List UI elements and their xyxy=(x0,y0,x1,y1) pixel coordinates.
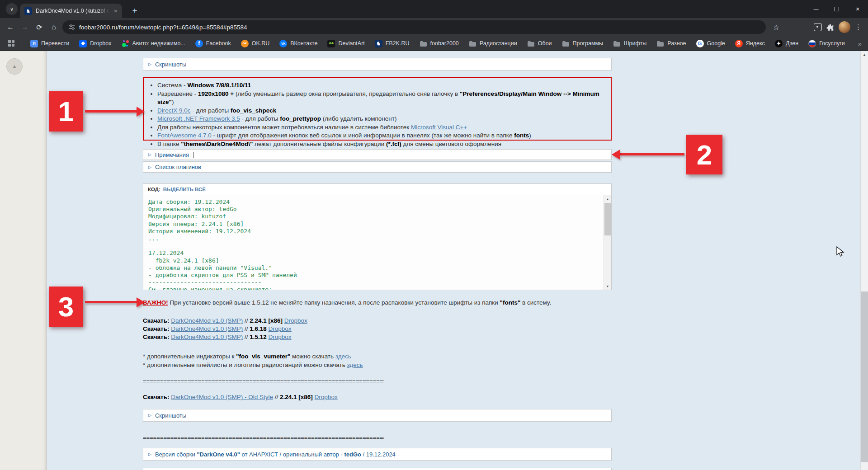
inline-link[interactable]: FontAwesome 4.7.0 xyxy=(157,132,212,139)
select-all-link[interactable]: ВЫДЕЛИТЬ ВСЁ xyxy=(163,187,206,192)
bookmark-folder[interactable]: Программы xyxy=(562,40,604,47)
star-icon: ☆ xyxy=(773,23,779,32)
deviantart-icon xyxy=(327,40,335,47)
url-text: foobar2000.ru/forum/viewtopic.php?t=6549… xyxy=(79,24,247,31)
text-segment: "fonts" xyxy=(500,299,521,306)
bookmark-folder[interactable]: foobar2000 xyxy=(420,40,459,47)
spoiler-plugins[interactable]: ▷ Список плагинов xyxy=(143,161,612,173)
bookmark-label: Перевести xyxy=(41,40,69,47)
spoiler-screenshots-2[interactable]: ▷ Скриншоты xyxy=(143,409,612,422)
spoiler-screenshots[interactable]: ▷ Скриншоты xyxy=(143,58,612,70)
text-segment: - для работы xyxy=(240,115,280,122)
folder-icon xyxy=(420,40,427,47)
page-scrollbar-thumb[interactable] xyxy=(861,291,868,462)
inline-link[interactable]: DarkOne4Mod v1.0 (SMP) xyxy=(171,325,243,332)
close-button[interactable]: ✕ xyxy=(847,0,868,18)
maximize-button[interactable] xyxy=(826,0,847,18)
text-segment: Скачать: xyxy=(143,325,171,332)
spoiler-label: Примечания xyxy=(155,151,189,158)
spoiler-notes[interactable]: ▷ Примечания xyxy=(143,149,612,160)
text-segment: - шрифт для отображения кнопок веб ссыло… xyxy=(212,132,514,139)
code-scrollbar[interactable]: ▲ ▼ xyxy=(604,195,611,290)
spoiler-triangle-icon: ▷ xyxy=(148,62,151,66)
forward-button[interactable]: → xyxy=(18,20,32,34)
annotation-box-3: 3 xyxy=(49,287,83,327)
inline-link[interactable]: DirectX 9.0c xyxy=(157,107,191,114)
minimize-button[interactable]: — xyxy=(806,0,826,18)
scroll-up-icon[interactable]: ▲ xyxy=(604,195,611,202)
bookmark-vk[interactable]: ВКонтакте xyxy=(279,40,317,47)
back-button[interactable]: ← xyxy=(4,20,17,34)
inline-link[interactable]: Dropbox xyxy=(269,325,292,332)
reload-button[interactable]: ⟳ xyxy=(33,20,46,34)
bookmark-facebook[interactable]: Facebook xyxy=(195,40,231,47)
tab-strip: ∨ ♞ DarkOne4Mod v1.0 (kutuzof ed ✕ + — ✕ xyxy=(0,0,868,18)
bookmark-folder[interactable]: Шрифты xyxy=(613,40,646,47)
download-line: Скачать: DarkOne4Mod v1.0 (SMP) // 1.5.1… xyxy=(143,333,307,341)
text-segment: (*.fcl) xyxy=(386,141,401,147)
text-segment: 1.5.12 xyxy=(250,334,267,340)
text-segment: // xyxy=(273,394,280,400)
inline-link[interactable]: Dropbox xyxy=(315,394,338,400)
bookmark-yandex[interactable]: Яндекс xyxy=(735,40,765,47)
text-segment: * дополнительные плейлисты и логотипы ра… xyxy=(143,362,347,368)
page-scrollbar[interactable]: ▲ xyxy=(860,51,868,470)
tab-close-icon[interactable]: ✕ xyxy=(113,8,118,14)
bookmark-label: foobar2000 xyxy=(430,40,459,47)
bookmark-star-button[interactable]: ☆ xyxy=(769,20,783,34)
bookmarks-overflow-chevron[interactable]: » xyxy=(854,40,862,47)
old-style-download: Скачать: DarkOne4Mod v1.0 (SMP) - Old St… xyxy=(143,394,338,400)
apps-grid-icon[interactable] xyxy=(8,40,11,43)
scroll-to-top-button[interactable]: ▲ xyxy=(6,58,23,75)
bookmark-translate[interactable]: Перевести xyxy=(30,40,69,47)
code-body: Дата сборки: 19.12.2024 Оригинальный авт… xyxy=(143,195,611,290)
text-segment: foo_prettypop xyxy=(280,115,321,122)
requirement-item: FontAwesome 4.7.0 - шрифт для отображени… xyxy=(157,132,611,140)
browser-tab[interactable]: ♞ DarkOne4Mod v1.0 (kutuzof ed ✕ xyxy=(20,4,122,18)
bookmark-dropbox[interactable]: Dropbox xyxy=(79,40,111,47)
inline-link[interactable]: Dropbox xyxy=(284,317,307,324)
text-segment: в систему. xyxy=(520,299,551,306)
bookmark-fb2k[interactable]: FB2K.RU xyxy=(375,40,410,47)
annotation-number: 1 xyxy=(58,95,74,127)
chevron-down-icon: ∨ xyxy=(10,6,14,12)
text-segment: // xyxy=(243,325,250,332)
code-scrollbar-thumb[interactable] xyxy=(604,203,611,235)
scroll-down-icon[interactable]: ▼ xyxy=(604,282,611,290)
annotation-arrow-2-head xyxy=(612,150,620,160)
home-button[interactable]: ⌂ xyxy=(47,20,61,34)
profile-avatar[interactable] xyxy=(839,21,850,33)
address-bar[interactable]: foobar2000.ru/forum/viewtopic.php?t=6549… xyxy=(62,20,766,34)
bookmark-folder[interactable]: Радиостанции xyxy=(469,40,517,47)
inline-link[interactable]: здесь xyxy=(335,353,351,360)
inline-link[interactable]: DarkOne4Mod v1.0 (SMP) - Old Style xyxy=(171,394,273,400)
bookmark-deviantart[interactable]: DeviantArt xyxy=(327,40,364,47)
bookmark-google[interactable]: Google xyxy=(696,40,725,47)
bookmark-label: Программы xyxy=(573,40,604,47)
tab-search-button[interactable]: ∨ xyxy=(6,3,18,15)
inline-link[interactable]: Microsoft .NET Framework 3.5 xyxy=(157,115,240,122)
extensions-puzzle-icon[interactable] xyxy=(826,24,834,31)
new-tab-button[interactable]: + xyxy=(128,5,141,17)
bookmark-gosuslugi[interactable]: Госуслуги xyxy=(808,40,845,47)
inline-link[interactable]: Microsoft Visual C++ xyxy=(411,124,467,131)
bookmark-label: DeviantArt xyxy=(338,40,364,47)
site-settings-icon[interactable] xyxy=(69,24,75,30)
text-segment: ) xyxy=(172,99,174,105)
bookmark-avito[interactable]: Авито: недвижимо... xyxy=(122,40,185,47)
extension-icon[interactable] xyxy=(814,23,822,31)
inline-link[interactable]: DarkOne4Mod v1.0 (SMP) xyxy=(171,317,243,324)
scroll-up-icon[interactable]: ▲ xyxy=(861,51,868,59)
inline-link[interactable]: DarkOne4Mod v1.0 (SMP) xyxy=(171,334,243,340)
inline-link[interactable]: Dropbox xyxy=(269,334,292,340)
bookmark-dzen[interactable]: Дзен xyxy=(775,40,798,47)
spoiler-version-darkone4[interactable]: ▷ Версия сборки "DarkOne v4.0" от АНАРХІ… xyxy=(143,448,612,461)
browser-menu-icon[interactable]: ⋮ xyxy=(855,23,862,31)
tab-title: DarkOne4Mod v1.0 (kutuzof ed xyxy=(36,8,109,14)
bookmark-folder[interactable]: Обои xyxy=(527,40,552,47)
bookmark-folder[interactable]: Разное xyxy=(656,40,686,47)
bookmark-okru[interactable]: OK.RU xyxy=(241,40,270,47)
bookmark-label: Разное xyxy=(667,40,686,47)
inline-link[interactable]: здесь xyxy=(347,362,363,368)
home-icon: ⌂ xyxy=(52,23,56,31)
